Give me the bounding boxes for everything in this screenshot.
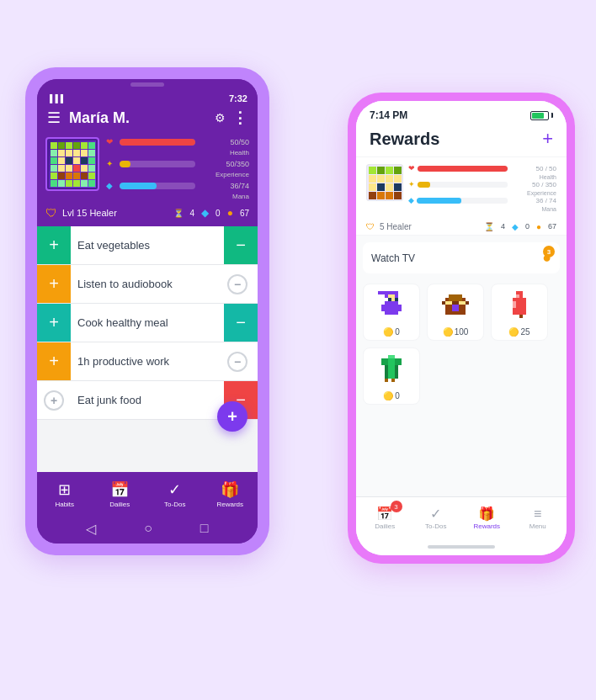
ios-exp-bar-fill: [418, 182, 430, 188]
ios-nav-menu[interactable]: ≡ Menu: [513, 497, 564, 538]
nav-habits[interactable]: ⊞ Habits: [37, 472, 93, 516]
ios-add-btn[interactable]: +: [542, 128, 553, 150]
reward-card-4[interactable]: 🟡 0: [363, 347, 420, 405]
ios-health-bar-bg: [418, 166, 508, 172]
mana-row: ◆ 36/74: [106, 181, 249, 190]
user-name-label: María M.: [61, 109, 215, 127]
ios-nav-dailies[interactable]: 📅 Dailies 3: [359, 497, 411, 538]
hourglass-count: 4: [190, 209, 195, 218]
ios-nav-rewards[interactable]: 🎁 Rewards: [461, 497, 513, 538]
ios-health-label: Health: [408, 174, 556, 180]
rewards-nav-label: Rewards: [216, 501, 243, 508]
ios-mana-value: 36 / 74: [510, 197, 556, 204]
hamburger-icon[interactable]: ☰: [47, 109, 61, 127]
character-avatar[interactable]: [45, 137, 99, 191]
ios-level-row: 🛡 5 Healer ⏳ 4 ◆ 0 ● 67: [356, 219, 567, 236]
ios-health-row: ❤ 50 / 50: [408, 164, 556, 172]
svg-rect-16: [516, 294, 519, 298]
ios-mana-bar-bg: [417, 198, 508, 204]
reward-card-3[interactable]: 🟡 25: [491, 284, 548, 341]
habit-minus-btn[interactable]: −: [224, 226, 258, 264]
reward-card-1[interactable]: 🟡 0: [363, 284, 420, 341]
todos-nav-label: To-Dos: [164, 501, 185, 508]
health-label: Health: [106, 149, 249, 156]
habit-minus-muted: −: [224, 265, 258, 303]
watch-tv-item[interactable]: Watch TV ● 3: [363, 242, 560, 273]
hourglass-icon: ⏳: [173, 209, 184, 218]
ios-bottom-nav: 📅 Dailies 3 ✓ To-Dos 🎁 Rewards ≡ Menu: [356, 496, 567, 538]
svg-rect-12: [445, 301, 452, 305]
home-btn[interactable]: ○: [144, 521, 152, 537]
ios-nav-todos[interactable]: ✓ To-Dos: [411, 497, 462, 538]
ios-rewards-section: Watch TV ● 3: [356, 236, 567, 496]
ios-exp-bar-bg: [418, 182, 508, 188]
android-screen: ▐▐▐ 7:32 ☰ María M. ⚙ ⋮: [37, 79, 258, 544]
battery-icon: [530, 111, 549, 120]
ios-coin-count: 67: [548, 222, 556, 231]
dailies-nav-icon: 📅: [110, 480, 129, 499]
habit-plus-btn-muted[interactable]: +: [44, 390, 64, 411]
coin-icon-1: 🟡: [383, 327, 393, 337]
ios-rewards-label: Rewards: [473, 522, 500, 530]
back-btn[interactable]: ◁: [86, 521, 96, 537]
ios-health-value: 50 / 50: [510, 165, 556, 172]
habit-minus-btn-muted[interactable]: −: [227, 274, 247, 294]
svg-rect-24: [385, 379, 388, 382]
habit-item: + Cook healthy meal −: [37, 304, 258, 342]
android-phone: ▐▐▐ 7:32 ☰ María M. ⚙ ⋮: [25, 67, 269, 555]
svg-rect-21: [395, 358, 402, 365]
ios-home-bar: [428, 545, 495, 549]
recents-btn[interactable]: □: [200, 521, 209, 537]
coin-icon: ●: [227, 207, 233, 219]
reward-grid: 🟡 0: [363, 280, 560, 408]
exp-bar-bg: [120, 161, 195, 167]
carrier-signal: ▐▐▐: [47, 94, 63, 103]
habit-plus-btn[interactable]: +: [37, 342, 71, 380]
ios-header: Rewards +: [356, 125, 567, 157]
ios-mana-icon: ◆: [408, 196, 414, 204]
ios-stat-block: ❤ 50 / 50 Health ✦ 50 / 350 Experience: [408, 164, 556, 212]
nav-todos[interactable]: ✓ To-Dos: [147, 472, 203, 516]
svg-rect-7: [395, 298, 398, 301]
exp-label: Experience: [106, 171, 249, 178]
ios-char-avatar[interactable]: [366, 164, 403, 201]
ios-rewards-icon: 🎁: [478, 506, 495, 522]
status-time: 7:32: [229, 93, 247, 103]
svg-rect-2: [385, 301, 398, 315]
fab-add-button[interactable]: +: [217, 401, 247, 432]
habit-minus-btn[interactable]: −: [224, 304, 258, 342]
habit-name: 1h productive work: [71, 355, 224, 368]
habit-minus-btn-muted[interactable]: −: [227, 352, 247, 372]
android-status-bar: ▐▐▐ 7:32: [37, 88, 258, 105]
dailies-badge: 3: [391, 501, 402, 512]
habit-name: Cook healthy meal: [71, 316, 224, 329]
more-options-icon[interactable]: ⋮: [232, 109, 247, 127]
speaker-slot: [130, 82, 164, 87]
mana-icon: ◆: [106, 181, 116, 190]
ios-menu-icon: ≡: [534, 506, 541, 522]
habit-item: + Eat vegetables −: [37, 226, 258, 265]
habit-plus-btn[interactable]: +: [37, 304, 71, 342]
ios-health-icon: ❤: [408, 164, 415, 172]
ios-mana-row: ◆ 36 / 74: [408, 196, 556, 204]
habit-plus-btn[interactable]: +: [37, 226, 71, 264]
ios-exp-label: Experience: [408, 190, 556, 196]
level-row: 🛡 Lvl 15 Healer ⏳ 4 ◆ 0 ● 67: [45, 203, 249, 220]
svg-rect-27: [391, 355, 395, 358]
nav-rewards[interactable]: 🎁 Rewards: [203, 472, 258, 516]
habits-nav-icon: ⊞: [58, 480, 71, 499]
reward-card-2[interactable]: 🟡 100: [427, 284, 484, 341]
habit-name: Eat junk food: [71, 394, 224, 406]
price-value-1: 0: [395, 327, 400, 337]
mana-label: Mana: [106, 193, 249, 200]
habit-plus-btn[interactable]: +: [37, 265, 71, 303]
ios-mana-bar-fill: [417, 198, 461, 204]
nav-dailies[interactable]: 📅 Dailies: [93, 472, 148, 516]
reward-price-1: 🟡 0: [383, 327, 400, 337]
svg-rect-18: [519, 315, 523, 318]
reward-price-2: 🟡 100: [443, 327, 469, 337]
ios-coin-icon: ●: [536, 222, 541, 231]
filter-icon[interactable]: ⚙: [215, 111, 226, 125]
health-icon: ❤: [106, 137, 116, 146]
mana-bar-bg: [120, 183, 195, 189]
